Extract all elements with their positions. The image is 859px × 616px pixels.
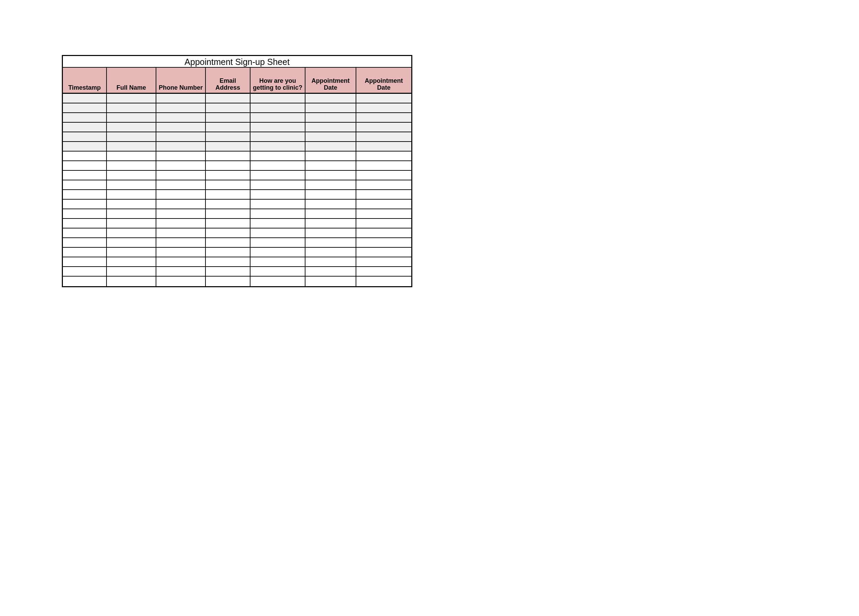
table-cell[interactable] bbox=[63, 132, 107, 141]
table-cell[interactable] bbox=[107, 132, 156, 141]
table-cell[interactable] bbox=[107, 151, 156, 161]
table-cell[interactable] bbox=[306, 209, 356, 218]
table-cell[interactable] bbox=[306, 257, 356, 266]
table-cell[interactable] bbox=[356, 123, 411, 132]
table-cell[interactable] bbox=[306, 171, 356, 180]
table-cell[interactable] bbox=[107, 200, 156, 209]
table-cell[interactable] bbox=[206, 219, 250, 228]
table-cell[interactable] bbox=[63, 103, 107, 112]
table-cell[interactable] bbox=[356, 238, 411, 247]
table-cell[interactable] bbox=[107, 171, 156, 180]
table-cell[interactable] bbox=[356, 180, 411, 189]
table-cell[interactable] bbox=[156, 228, 206, 237]
table-cell[interactable] bbox=[250, 238, 306, 247]
table-cell[interactable] bbox=[63, 276, 107, 286]
table-cell[interactable] bbox=[356, 94, 411, 103]
table-cell[interactable] bbox=[356, 200, 411, 209]
table-cell[interactable] bbox=[156, 267, 206, 276]
table-cell[interactable] bbox=[156, 103, 206, 112]
table-cell[interactable] bbox=[63, 161, 107, 170]
table-cell[interactable] bbox=[206, 171, 250, 180]
table-cell[interactable] bbox=[356, 190, 411, 199]
table-cell[interactable] bbox=[306, 228, 356, 237]
table-cell[interactable] bbox=[156, 257, 206, 266]
table-cell[interactable] bbox=[206, 228, 250, 237]
table-cell[interactable] bbox=[63, 190, 107, 199]
table-cell[interactable] bbox=[356, 257, 411, 266]
table-cell[interactable] bbox=[107, 180, 156, 189]
table-cell[interactable] bbox=[156, 161, 206, 170]
table-cell[interactable] bbox=[63, 267, 107, 276]
table-cell[interactable] bbox=[356, 228, 411, 237]
table-cell[interactable] bbox=[356, 142, 411, 151]
table-cell[interactable] bbox=[206, 103, 250, 112]
table-cell[interactable] bbox=[306, 94, 356, 103]
table-cell[interactable] bbox=[107, 103, 156, 112]
table-cell[interactable] bbox=[306, 219, 356, 228]
table-cell[interactable] bbox=[63, 257, 107, 266]
table-cell[interactable] bbox=[107, 113, 156, 122]
table-cell[interactable] bbox=[156, 171, 206, 180]
table-cell[interactable] bbox=[107, 161, 156, 170]
table-cell[interactable] bbox=[107, 142, 156, 151]
table-cell[interactable] bbox=[206, 276, 250, 286]
table-cell[interactable] bbox=[206, 257, 250, 266]
table-cell[interactable] bbox=[63, 94, 107, 103]
table-cell[interactable] bbox=[250, 267, 306, 276]
table-cell[interactable] bbox=[306, 267, 356, 276]
table-cell[interactable] bbox=[206, 132, 250, 141]
table-cell[interactable] bbox=[250, 200, 306, 209]
table-cell[interactable] bbox=[356, 267, 411, 276]
table-cell[interactable] bbox=[306, 276, 356, 286]
table-cell[interactable] bbox=[356, 151, 411, 161]
table-cell[interactable] bbox=[107, 209, 156, 218]
table-cell[interactable] bbox=[156, 238, 206, 247]
table-cell[interactable] bbox=[63, 228, 107, 237]
table-cell[interactable] bbox=[63, 113, 107, 122]
table-cell[interactable] bbox=[206, 94, 250, 103]
table-cell[interactable] bbox=[250, 219, 306, 228]
table-cell[interactable] bbox=[156, 132, 206, 141]
table-cell[interactable] bbox=[156, 94, 206, 103]
table-cell[interactable] bbox=[206, 180, 250, 189]
table-cell[interactable] bbox=[156, 180, 206, 189]
table-cell[interactable] bbox=[156, 190, 206, 199]
table-cell[interactable] bbox=[206, 209, 250, 218]
table-cell[interactable] bbox=[306, 238, 356, 247]
table-cell[interactable] bbox=[156, 113, 206, 122]
table-cell[interactable] bbox=[250, 248, 306, 257]
table-cell[interactable] bbox=[250, 151, 306, 161]
table-cell[interactable] bbox=[63, 238, 107, 247]
table-cell[interactable] bbox=[250, 276, 306, 286]
table-cell[interactable] bbox=[306, 151, 356, 161]
table-cell[interactable] bbox=[356, 103, 411, 112]
table-cell[interactable] bbox=[156, 276, 206, 286]
table-cell[interactable] bbox=[250, 190, 306, 199]
table-cell[interactable] bbox=[356, 248, 411, 257]
table-cell[interactable] bbox=[156, 209, 206, 218]
table-cell[interactable] bbox=[206, 190, 250, 199]
table-cell[interactable] bbox=[206, 113, 250, 122]
table-cell[interactable] bbox=[206, 151, 250, 161]
table-cell[interactable] bbox=[156, 151, 206, 161]
table-cell[interactable] bbox=[356, 171, 411, 180]
table-cell[interactable] bbox=[306, 248, 356, 257]
table-cell[interactable] bbox=[250, 103, 306, 112]
table-cell[interactable] bbox=[63, 171, 107, 180]
table-cell[interactable] bbox=[306, 132, 356, 141]
table-cell[interactable] bbox=[306, 123, 356, 132]
table-cell[interactable] bbox=[250, 161, 306, 170]
table-cell[interactable] bbox=[107, 248, 156, 257]
table-cell[interactable] bbox=[356, 209, 411, 218]
table-cell[interactable] bbox=[250, 228, 306, 237]
table-cell[interactable] bbox=[250, 209, 306, 218]
table-cell[interactable] bbox=[156, 200, 206, 209]
table-cell[interactable] bbox=[206, 238, 250, 247]
table-cell[interactable] bbox=[63, 180, 107, 189]
table-cell[interactable] bbox=[63, 248, 107, 257]
table-cell[interactable] bbox=[156, 142, 206, 151]
table-cell[interactable] bbox=[356, 113, 411, 122]
table-cell[interactable] bbox=[306, 180, 356, 189]
table-cell[interactable] bbox=[206, 267, 250, 276]
table-cell[interactable] bbox=[306, 103, 356, 112]
